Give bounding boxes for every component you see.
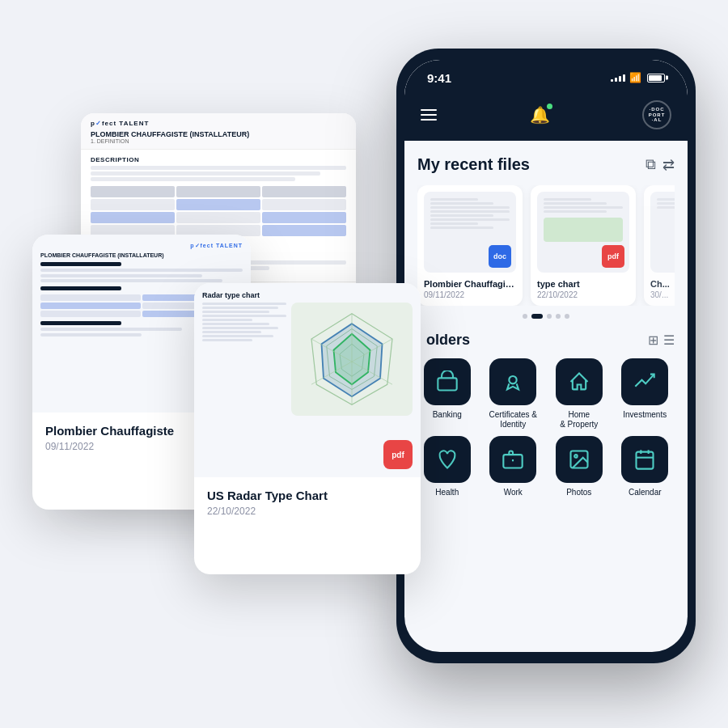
signal-bar-2 — [615, 78, 617, 82]
table-header — [176, 186, 260, 197]
radar-chart — [291, 303, 413, 416]
file-thumb-1: doc — [424, 192, 516, 273]
tablet-app-logo: p✓fect TALENT — [91, 120, 346, 127]
home-icon — [568, 370, 590, 393]
table-cell — [91, 199, 175, 210]
doc-section-title — [40, 286, 121, 290]
doc-table-cell — [40, 303, 141, 309]
thumb-line — [657, 198, 675, 201]
copy-icon[interactable]: ⧉ — [645, 156, 656, 174]
file-date: 09/11/2022 — [424, 290, 516, 299]
list-view-icon[interactable]: ☰ — [663, 332, 675, 348]
thumb-line — [430, 218, 510, 221]
grid-view-icon[interactable]: ⊞ — [648, 332, 658, 348]
svg-point-4 — [574, 455, 578, 458]
recent-files-actions: ⧉ ⇄ — [645, 156, 675, 174]
photos-icon — [568, 448, 590, 471]
table-cell — [176, 199, 260, 210]
carousel-dot-3[interactable] — [547, 314, 552, 319]
pdf-card[interactable]: Radar type chart — [194, 283, 421, 574]
folder-work[interactable]: Work — [484, 436, 544, 497]
file-card-3[interactable]: doc Ch... 30/... — [644, 185, 675, 306]
file-type-badge: pdf — [602, 245, 624, 268]
folder-label-certificates: Certificates & Identity — [484, 410, 544, 430]
carousel-dot-1[interactable] — [523, 314, 527, 319]
signal-bar-4 — [623, 74, 625, 82]
folder-icon-box-work — [489, 436, 536, 483]
doc-section-1 — [40, 262, 243, 282]
svg-rect-5 — [637, 452, 654, 469]
pdf-type-badge: pdf — [383, 440, 413, 469]
app-logo: ·DOC PORT ·AL — [642, 100, 671, 129]
tablet-section-label: Description — [91, 156, 346, 163]
tablet-line — [91, 166, 346, 170]
file-card-1[interactable]: doc Plombier Chauffagiste 09/11/2022 — [417, 185, 523, 306]
folder-health[interactable]: Health — [417, 436, 477, 497]
folder-investments[interactable]: Investments — [616, 358, 675, 430]
folder-home[interactable]: Home& Property — [549, 358, 609, 430]
menu-icon[interactable] — [421, 109, 437, 121]
pdf-line — [202, 307, 278, 309]
carousel-dot-5[interactable] — [565, 314, 569, 319]
table-cell — [91, 212, 175, 223]
thumb-line — [657, 206, 675, 209]
signal-bar-1 — [611, 79, 613, 82]
pdf-line — [202, 311, 269, 313]
investments-icon — [633, 370, 656, 393]
folder-certificates[interactable]: Certificates & Identity — [484, 358, 544, 430]
folder-icon-box-investments — [621, 358, 668, 405]
folder-calendar[interactable]: Calendar — [616, 436, 675, 497]
app-logo-text: ·DOC PORT ·AL — [644, 107, 670, 123]
file-name: Plombier Chauffagiste — [424, 279, 516, 289]
phone-screen: 9:41 📶 — [404, 60, 688, 652]
banking-icon — [436, 370, 459, 393]
thumb-line — [657, 202, 675, 205]
thumb-line — [430, 222, 478, 225]
phone-device: 9:41 📶 — [396, 49, 696, 663]
doc-line — [40, 279, 222, 282]
battery-icon — [647, 74, 665, 83]
pdf-line — [202, 319, 252, 321]
pdf-line — [202, 335, 273, 337]
thumb-line — [430, 202, 493, 205]
pdf-line — [202, 323, 269, 325]
file-date: 22/10/2022 — [537, 290, 629, 299]
folder-label-investments: Investments — [623, 410, 667, 420]
pdf-file-name: US Radar Type Chart — [207, 489, 408, 502]
pdf-line — [202, 315, 286, 317]
folder-icon-box-health — [424, 436, 471, 483]
pdf-thumbnail: Radar type chart — [194, 283, 421, 477]
folder-label-health: Health — [435, 488, 459, 497]
pdf-line — [202, 331, 261, 333]
doc-section-title — [40, 321, 121, 325]
tablet-header: p✓fect TALENT PLOMBIER CHAUFFAGISTE (INS… — [81, 113, 356, 150]
share-icon[interactable]: ⇄ — [662, 156, 675, 174]
thumb-line — [544, 210, 607, 213]
svg-rect-2 — [504, 455, 523, 468]
folder-photos[interactable]: Photos — [549, 436, 609, 497]
folders-header: Folders ⊞ ☰ — [417, 332, 675, 349]
view-toggle: ⊞ ☰ — [648, 332, 675, 348]
thumb-line — [430, 226, 493, 229]
wifi-icon: 📶 — [629, 72, 641, 83]
thumb-line — [430, 198, 478, 201]
tablet-line — [91, 171, 320, 176]
status-icons: 📶 — [611, 72, 665, 83]
thumb-line — [430, 210, 510, 213]
doc-table-cell — [40, 294, 141, 301]
notification-dot — [547, 104, 552, 109]
file-card-2[interactable]: pdf type chart 22/10/2022 — [531, 185, 636, 306]
phone-content: My recent files ⧉ ⇄ — [404, 141, 688, 512]
folder-banking[interactable]: Banking — [417, 358, 477, 430]
folder-icon-box-calendar — [621, 436, 668, 483]
carousel-dot-4[interactable] — [556, 314, 561, 319]
doc-line — [40, 274, 202, 277]
doc-line — [40, 333, 142, 336]
health-icon — [436, 448, 459, 471]
folder-icon-box-banking — [424, 358, 471, 405]
carousel-dots — [417, 314, 675, 319]
notification-bell-icon[interactable]: 🔔 — [530, 105, 550, 125]
file-type-badge: doc — [489, 245, 511, 268]
battery-fill — [649, 75, 662, 81]
carousel-dot-2[interactable] — [531, 314, 543, 319]
